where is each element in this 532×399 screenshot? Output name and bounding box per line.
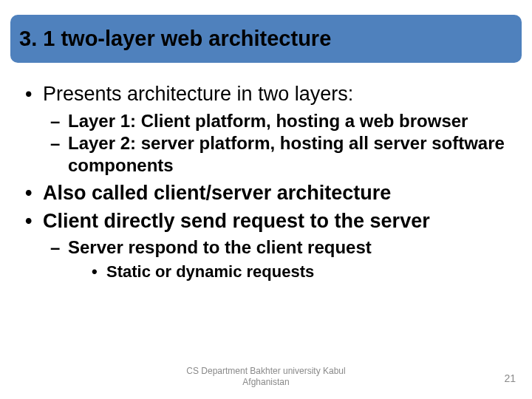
sub-sub-bullet-list: Static or dynamic requests — [68, 262, 511, 283]
slide-title-bar: 3. 1 two-layer web architecture — [10, 15, 522, 63]
bullet-text: Presents architecture in two layers: — [43, 83, 353, 105]
sub-bullet-item: Layer 1: Client platform, hosting a web … — [43, 110, 511, 132]
bullet-text: Also called client/server architecture — [43, 182, 391, 204]
slide-content: Presents architecture in two layers: Lay… — [0, 63, 532, 283]
footer-line1: CS Department Bakhter university Kabul — [186, 366, 345, 376]
sub-sub-bullet-text: Static or dynamic requests — [106, 262, 314, 281]
slide-footer: CS Department Bakhter university Kabul A… — [0, 366, 532, 387]
slide-title: 3. 1 two-layer web architecture — [19, 27, 510, 51]
sub-bullet-list: Server respond to the client request Sta… — [43, 236, 511, 283]
bullet-item: Client directly send request to the serv… — [21, 209, 511, 283]
bullet-text: Client directly send request to the serv… — [43, 210, 430, 232]
bullet-item: Also called client/server architecture — [21, 181, 511, 206]
page-number: 21 — [504, 372, 516, 384]
sub-bullet-list: Layer 1: Client platform, hosting a web … — [43, 110, 511, 177]
bullet-list: Presents architecture in two layers: Lay… — [21, 82, 511, 283]
sub-bullet-item: Layer 2: server platform, hosting all se… — [43, 132, 511, 177]
sub-bullet-text: Client platform, hosting a web browser — [136, 111, 468, 131]
bullet-item: Presents architecture in two layers: Lay… — [21, 82, 511, 177]
layer-label: Layer 2: — [68, 133, 136, 153]
layer-label: Layer 1: — [68, 111, 136, 131]
sub-bullet-item: Server respond to the client request Sta… — [43, 236, 511, 283]
footer-line2: Afghanistan — [242, 377, 289, 387]
sub-bullet-text: Server respond to the client request — [68, 237, 372, 257]
sub-sub-bullet-item: Static or dynamic requests — [68, 262, 511, 283]
